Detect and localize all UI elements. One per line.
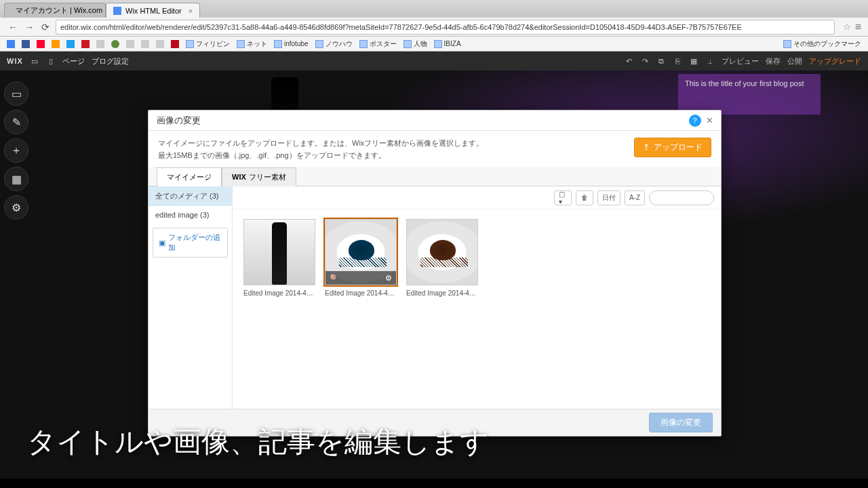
video-icon: [81, 40, 90, 48]
bookmark-item[interactable]: [156, 40, 164, 48]
bookmark-item[interactable]: [111, 40, 119, 48]
modal-footer: 画像の変更: [149, 409, 721, 436]
folder-icon: [274, 40, 282, 48]
favicon-icon: [113, 7, 121, 15]
url-field[interactable]: editor.wix.com/html/editor/web/renderer/…: [56, 20, 835, 35]
chrome-menu-icon[interactable]: ≡: [855, 21, 861, 33]
bookmark-folder[interactable]: IBIZA: [434, 40, 461, 48]
upload-icon: ⤒: [643, 143, 650, 152]
image-change-modal: 画像の変更 ? × マイイメージにファイルをアップロードします。または、Wixフ…: [148, 110, 722, 436]
thumb-image: [243, 219, 315, 285]
gallery: Edited Image 2014-4-29-... 🔍 ⚙ Edited Im…: [233, 209, 721, 409]
tab-title: マイアカウント | Wix.com: [16, 5, 102, 16]
search-input[interactable]: [649, 190, 714, 205]
help-icon[interactable]: ?: [689, 115, 701, 127]
bookmark-folder[interactable]: ノウハウ: [315, 39, 353, 49]
other-bookmarks[interactable]: その他のブックマーク: [783, 39, 861, 49]
browser-tab-strip: マイアカウント | Wix.com × Wix HTML Editor ×: [0, 0, 868, 18]
modal-description: マイイメージにファイルをアップロードします。または、Wixフリー素材から画像を選…: [158, 138, 484, 161]
folder-icon: [783, 40, 791, 48]
bookmark-item[interactable]: [81, 40, 90, 48]
modal-sidebar: 全てのメディア (3) edited image (3) ▣ フォルダーの追加: [149, 186, 233, 409]
tab-my-images[interactable]: マイイメージ: [157, 167, 222, 186]
modal-header: 画像の変更 ? ×: [149, 110, 721, 131]
pinterest-icon: [171, 40, 179, 48]
tab-wix-free[interactable]: WIXフリー素材: [222, 167, 296, 186]
gallery-toolbar: ▢ ▾ 🗑 日付 A-Z 🔍: [233, 186, 721, 209]
generic-icon: [141, 40, 149, 48]
bookmark-item[interactable]: [96, 40, 104, 48]
modal-tabs: マイイメージ WIXフリー素材: [149, 167, 721, 186]
search-wrap: 🔍: [649, 190, 714, 205]
thumb-caption: Edited Image 2014-4-29-...: [243, 289, 315, 297]
spotify-icon: [111, 40, 119, 48]
bookmark-item[interactable]: [52, 40, 60, 48]
delete-button[interactable]: 🗑: [576, 190, 593, 205]
bookmark-folder[interactable]: フィリピン: [186, 39, 230, 49]
google-icon: [7, 40, 15, 48]
generic-icon: [156, 40, 164, 48]
bookmark-item[interactable]: [66, 40, 75, 48]
bookmark-item[interactable]: [141, 40, 149, 48]
bookmark-folder[interactable]: ネット: [237, 39, 267, 49]
folder-icon: [186, 40, 194, 48]
bookmark-folder[interactable]: ポスター: [359, 39, 397, 49]
sidebar-item-all-media[interactable]: 全てのメディア (3): [149, 186, 232, 206]
media-thumb[interactable]: Edited Image 2014-4-29-...: [243, 219, 315, 297]
thumb-caption: Edited Image 2014-4-29-...: [325, 289, 397, 297]
forward-icon[interactable]: →: [23, 21, 35, 33]
close-icon[interactable]: ×: [707, 115, 713, 127]
gear-icon[interactable]: ⚙: [385, 274, 392, 283]
thumb-overlay: 🔍 ⚙: [326, 271, 396, 285]
bookmark-item[interactable]: [171, 40, 179, 48]
close-icon[interactable]: ×: [189, 7, 193, 15]
gallery-wrap: ▢ ▾ 🗑 日付 A-Z 🔍 Edited Image 2014-4-29-..…: [233, 186, 721, 409]
thumb-caption: Edited Image 2014-4-29-...: [406, 289, 478, 297]
folder-icon: [403, 40, 412, 48]
browser-tab[interactable]: Wix HTML Editor ×: [106, 3, 200, 18]
bookmark-item[interactable]: [126, 40, 134, 48]
bookmark-item[interactable]: [22, 40, 30, 48]
bookmark-folder[interactable]: 人物: [403, 39, 427, 49]
upload-button[interactable]: ⤒ アップロード: [634, 138, 711, 157]
bookmarks-bar: フィリピン ネット infotube ノウハウ ポスター 人物 IBIZA その…: [0, 37, 868, 52]
folder-icon: [315, 40, 323, 48]
generic-icon: [126, 40, 134, 48]
thumb-image: [406, 219, 478, 285]
media-thumb[interactable]: 🔍 ⚙ Edited Image 2014-4-29-...: [325, 219, 397, 297]
modal-body: 全てのメディア (3) edited image (3) ▣ フォルダーの追加 …: [149, 186, 721, 409]
zoom-icon[interactable]: 🔍: [330, 274, 339, 283]
amazon-icon: [52, 40, 60, 48]
page-content: WIX ▭ ▯ ページ ブログ設定 ↶ ↷ ⧉ ⎘ ▦ ⟂ プレビュー 保存 公…: [0, 52, 868, 488]
back-icon[interactable]: ←: [7, 21, 19, 33]
bookmark-star-icon[interactable]: ☆: [843, 22, 851, 32]
folder-plus-icon: ▣: [159, 239, 165, 247]
sort-date-button[interactable]: 日付: [597, 190, 620, 205]
add-folder-button[interactable]: ▣ フォルダーの追加: [153, 228, 228, 258]
apply-button[interactable]: 画像の変更: [649, 413, 713, 432]
folder-icon: [434, 40, 442, 48]
select-toggle[interactable]: ▢ ▾: [554, 190, 572, 205]
tab-title: Wix HTML Editor: [125, 7, 182, 15]
modal-title: 画像の変更: [157, 115, 201, 127]
video-bottom-bar: [0, 479, 868, 488]
bookmark-item[interactable]: [7, 40, 15, 48]
thumb-image: 🔍 ⚙: [325, 219, 397, 285]
bookmark-folder[interactable]: infotube: [274, 40, 309, 48]
reload-icon[interactable]: ⟳: [39, 21, 52, 33]
facebook-icon: [22, 40, 30, 48]
modal-description-row: マイイメージにファイルをアップロードします。または、Wixフリー素材から画像を選…: [149, 131, 721, 167]
browser-tab[interactable]: マイアカウント | Wix.com ×: [4, 3, 106, 18]
sort-az-button[interactable]: A-Z: [625, 190, 645, 205]
folder-icon: [359, 40, 368, 48]
media-thumb[interactable]: Edited Image 2014-4-29-...: [406, 219, 478, 297]
address-bar: ← → ⟳ editor.wix.com/html/editor/web/ren…: [0, 18, 868, 37]
sidebar-item-edited[interactable]: edited image (3): [149, 206, 232, 224]
url-text: editor.wix.com/html/editor/web/renderer/…: [60, 23, 742, 31]
folder-icon: [237, 40, 245, 48]
wiki-icon: [96, 40, 104, 48]
youtube-icon: [37, 40, 45, 48]
bookmark-item[interactable]: [37, 40, 45, 48]
twitter-icon: [66, 40, 75, 48]
